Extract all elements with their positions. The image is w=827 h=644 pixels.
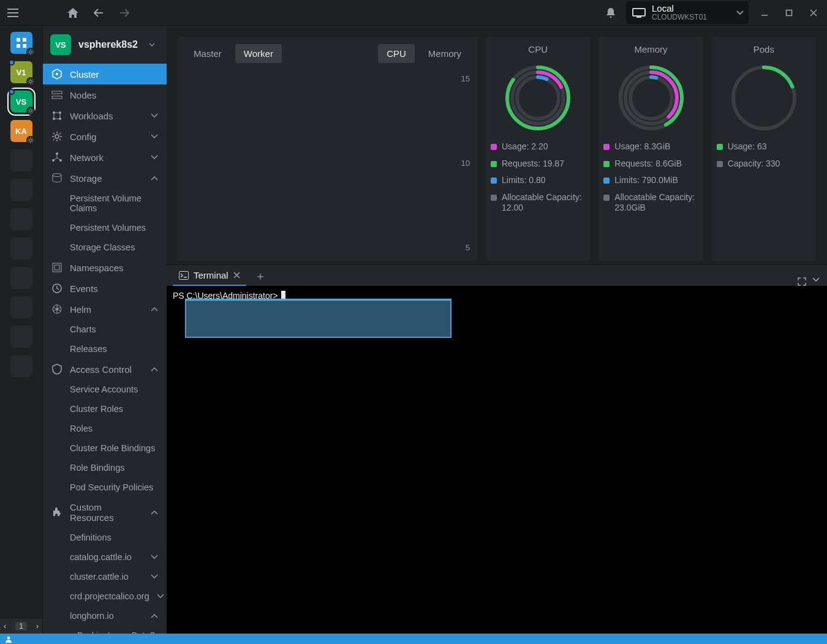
sidebar-item-nodes[interactable]: Nodes	[43, 84, 167, 105]
rail-item-2[interactable]: VS	[10, 91, 32, 113]
svg-point-16	[53, 118, 55, 120]
metric-tab-cpu[interactable]: CPU	[378, 44, 415, 63]
svg-point-18	[55, 135, 59, 138]
svg-point-22	[53, 174, 61, 177]
rail-tabstrip-active: 1	[15, 622, 27, 631]
cluster-selector-label: Local	[652, 4, 707, 14]
metric-tab-memory[interactable]: Memory	[420, 44, 470, 63]
sidebar-subitem[interactable]: Pod Security Policies	[43, 477, 167, 497]
home-button[interactable]	[65, 5, 81, 21]
sidebar-subitem[interactable]: longhorn.io	[43, 606, 167, 626]
legend-text: Capacity: 330	[728, 159, 780, 170]
sidebar-item-events[interactable]: Events	[43, 278, 167, 299]
chevron-up-icon	[151, 510, 158, 515]
role-tab-worker[interactable]: Worker	[235, 44, 282, 63]
sidebar-item-storage[interactable]: Storage	[43, 168, 167, 189]
menu-icon	[7, 9, 18, 17]
terminal-body[interactable]: PS C:\Users\Administrator>	[167, 286, 827, 634]
rail-item-0[interactable]	[10, 32, 32, 54]
sidebar-subitem[interactable]: cluster.cattle.io	[43, 567, 167, 586]
sidebar-item-helm[interactable]: Helm	[43, 299, 167, 320]
legend-swatch	[603, 161, 610, 167]
sidebar-item-namespaces[interactable]: Namespaces	[43, 257, 167, 278]
sidebar-subitem[interactable]: Persistent Volumes	[43, 218, 167, 238]
chevron-right-icon[interactable]: ›	[36, 622, 39, 631]
rail-slot-empty	[10, 179, 32, 201]
metric-title: Pods	[753, 44, 774, 54]
svg-point-11	[56, 73, 58, 75]
legend-text: Limits: 0.80	[502, 175, 546, 186]
sidebar-header[interactable]: VS vspherek8s2	[43, 26, 167, 64]
user-icon[interactable]	[5, 635, 12, 643]
legend-swatch	[491, 195, 497, 201]
svg-point-7	[29, 80, 32, 83]
sidebar-subitem[interactable]: Storage Classes	[43, 238, 167, 257]
sidebar-item-label: Helm	[70, 304, 91, 315]
legend-row: Allocatable Capacity: 23.0GiB	[603, 192, 698, 214]
terminal-fullscreen-button[interactable]	[798, 277, 806, 286]
legend-row: Allocatable Capacity: 12.00	[491, 192, 585, 214]
chevron-down-icon	[151, 155, 158, 160]
rail-slot-empty	[10, 149, 32, 171]
chevron-left-icon[interactable]: ‹	[4, 622, 6, 631]
svg-point-27	[56, 308, 58, 310]
legend-swatch	[717, 161, 723, 167]
legend-text: Usage: 63	[728, 141, 767, 152]
svg-point-17	[59, 118, 61, 120]
sidebar-item-workloads[interactable]: Workloads	[43, 105, 167, 126]
sidebar-subitem[interactable]: Charts	[43, 320, 167, 339]
sidebar-subitem[interactable]: Releases	[43, 339, 167, 359]
sidebar-subitem[interactable]: Role Bindings	[43, 458, 167, 477]
memory-metric-panel: MemoryUsage: 8.3GiBRequests: 8.6GiBLimit…	[599, 37, 703, 261]
sidebar-subitem[interactable]: Service Accounts	[43, 380, 167, 399]
sidebar-subitem[interactable]: Definitions	[43, 528, 167, 547]
sidebar-subitem[interactable]: Roles	[43, 419, 167, 438]
metric-title: CPU	[528, 44, 548, 54]
sidebar-subitem[interactable]: Cluster Role Bindings	[43, 438, 167, 458]
sidebar-item-label: Storage	[70, 173, 102, 184]
sidebar-subitem[interactable]: Persistent Volume Claims	[43, 189, 167, 218]
y-tick: 15	[461, 74, 470, 83]
workloads-icon	[51, 110, 62, 121]
home-icon	[67, 7, 79, 18]
cluster-selector[interactable]: Local CLOUDWKST01	[626, 1, 749, 24]
forward-button[interactable]	[116, 5, 132, 21]
terminal-collapse-button[interactable]	[812, 277, 820, 286]
gear-icon[interactable]	[26, 136, 35, 144]
gear-icon[interactable]	[26, 48, 35, 56]
sidebar-item-label: Workloads	[70, 111, 113, 121]
sidebar-subitem[interactable]: BackingImageDataSource	[43, 626, 167, 634]
sidebar-subitem[interactable]: catalog.cattle.io	[43, 547, 167, 567]
sidebar-item-cluster[interactable]: Cluster	[43, 64, 167, 84]
menu-button[interactable]	[5, 5, 21, 21]
metric-title: Memory	[634, 44, 667, 54]
donut-chart	[498, 58, 578, 138]
status-bar	[0, 634, 827, 644]
sidebar-subitem[interactable]: Cluster Roles	[43, 399, 167, 419]
gear-icon[interactable]	[26, 77, 35, 86]
caret-down-icon	[149, 43, 155, 47]
window-minimize-button[interactable]	[756, 4, 773, 21]
window-maximize-button[interactable]	[780, 4, 798, 21]
svg-rect-1	[787, 10, 792, 15]
title-bar: Local CLOUDWKST01	[0, 0, 827, 26]
rail-item-1[interactable]: V1	[10, 61, 32, 83]
sidebar-item-network[interactable]: Network	[43, 147, 167, 168]
cpu-metric-panel: CPUUsage: 2.20Requests: 19.87Limits: 0.8…	[486, 37, 590, 261]
back-button[interactable]	[91, 5, 107, 21]
rail-tabstrip[interactable]: ‹1›	[0, 619, 42, 634]
window-close-button[interactable]	[805, 4, 822, 21]
sidebar-item-custom-resources[interactable]: Custom Resources	[43, 497, 167, 528]
role-tab-master[interactable]: Master	[185, 44, 230, 63]
notifications-button[interactable]	[603, 5, 619, 21]
sidebar: VS vspherek8s2 ClusterNodesWorkloadsConf…	[43, 26, 167, 634]
gear-icon[interactable]	[26, 107, 35, 115]
chevron-down-icon	[157, 594, 164, 599]
rail-item-3[interactable]: KA	[10, 120, 32, 142]
sidebar-item-config[interactable]: Config	[43, 126, 167, 147]
sidebar-item-access-control[interactable]: Access Control	[43, 359, 167, 380]
sidebar-subitem[interactable]: crd.projectcalico.org	[43, 586, 167, 606]
legend-text: Usage: 8.3GiB	[614, 141, 670, 152]
rail-slot-empty	[10, 326, 32, 348]
legend-text: Requests: 19.87	[502, 159, 564, 170]
